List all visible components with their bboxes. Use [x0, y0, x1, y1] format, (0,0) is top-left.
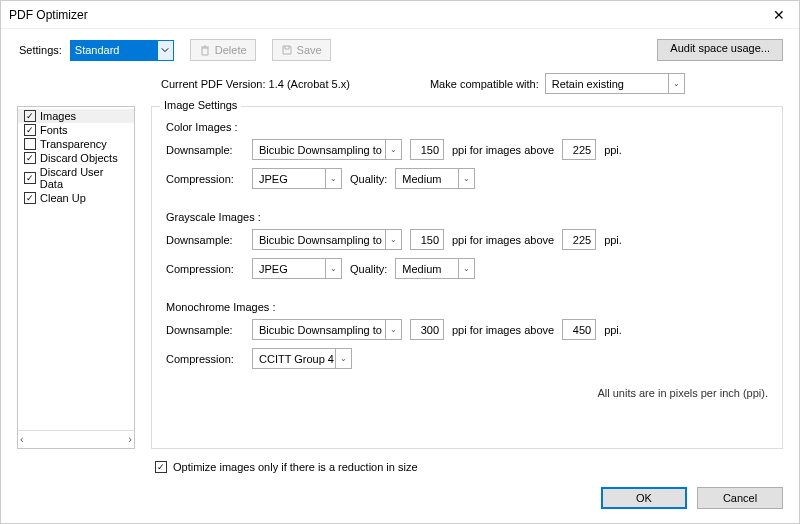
optimize-row: ✓ Optimize images only if there is a red… — [1, 453, 799, 481]
info-row: Current PDF Version: 1.4 (Acrobat 5.x) M… — [1, 69, 799, 106]
save-icon — [281, 44, 293, 56]
compression-label: Compression: — [166, 173, 244, 185]
chevron-down-icon: ⌄ — [385, 320, 401, 339]
sidebar-item-discard-objects[interactable]: ✓Discard Objects — [18, 151, 134, 165]
checkbox[interactable]: ✓ — [24, 192, 36, 204]
settings-panel: Image Settings Color Images : Downsample… — [151, 106, 783, 449]
image-settings-group: Image Settings Color Images : Downsample… — [151, 106, 783, 449]
compat-label: Make compatible with: — [430, 78, 539, 90]
settings-select[interactable]: Standard — [70, 40, 174, 61]
sidebar-item-fonts[interactable]: ✓Fonts — [18, 123, 134, 137]
delete-button: Delete — [190, 39, 256, 61]
color-quality-select[interactable]: Medium⌄ — [395, 168, 475, 189]
sidebar-item-discard-user-data[interactable]: ✓Discard User Data — [18, 165, 134, 191]
color-dpi-input[interactable] — [410, 139, 444, 160]
checkbox[interactable]: ✓ — [24, 110, 36, 122]
sidebar-item-label: Clean Up — [40, 192, 86, 204]
color-above-dpi-input[interactable] — [562, 139, 596, 160]
checkbox[interactable] — [24, 138, 36, 150]
optimize-label: Optimize images only if there is a reduc… — [173, 461, 418, 473]
compat-select[interactable]: Retain existing ⌄ — [545, 73, 685, 94]
chevron-down-icon: ⌄ — [335, 349, 351, 368]
ok-button[interactable]: OK — [601, 487, 687, 509]
cancel-button[interactable]: Cancel — [697, 487, 783, 509]
compat-section: Make compatible with: Retain existing ⌄ — [430, 73, 685, 94]
toolbar: Settings: Standard Delete Save Audit spa… — [1, 29, 799, 69]
category-sidebar: ✓Images✓FontsTransparency✓Discard Object… — [17, 106, 135, 449]
chevron-down-icon: ⌄ — [668, 74, 684, 93]
save-button: Save — [272, 39, 331, 61]
gray-above-dpi-input[interactable] — [562, 229, 596, 250]
sidebar-item-clean-up[interactable]: ✓Clean Up — [18, 191, 134, 205]
current-pdf-version: Current PDF Version: 1.4 (Acrobat 5.x) — [161, 78, 350, 90]
trash-icon — [199, 44, 211, 56]
checkbox[interactable]: ✓ — [24, 152, 36, 164]
scroll-left-icon[interactable]: ‹ — [20, 433, 24, 445]
gray-images-title: Grayscale Images : — [166, 211, 768, 223]
sidebar-item-label: Images — [40, 110, 76, 122]
scroll-right-icon[interactable]: › — [128, 433, 132, 445]
gray-compression-select[interactable]: JPEG⌄ — [252, 258, 342, 279]
mono-above-dpi-input[interactable] — [562, 319, 596, 340]
mono-images-title: Monochrome Images : — [166, 301, 768, 313]
sidebar-item-label: Discard User Data — [40, 166, 128, 190]
pdf-optimizer-window: PDF Optimizer ✕ Settings: Standard Delet… — [0, 0, 800, 524]
gray-downsample-select[interactable]: Bicubic Downsampling to⌄ — [252, 229, 402, 250]
mono-dpi-input[interactable] — [410, 319, 444, 340]
window-title: PDF Optimizer — [9, 8, 767, 22]
sidebar-item-label: Transparency — [40, 138, 107, 150]
sidebar-item-label: Fonts — [40, 124, 68, 136]
chevron-down-icon: ⌄ — [385, 140, 401, 159]
chevron-down-icon: ⌄ — [325, 169, 341, 188]
gray-dpi-input[interactable] — [410, 229, 444, 250]
units-footnote: All units are in pixels per inch (ppi). — [166, 387, 768, 399]
chevron-down-icon: ⌄ — [325, 259, 341, 278]
checkbox[interactable]: ✓ — [24, 172, 36, 184]
checkbox[interactable]: ✓ — [24, 124, 36, 136]
body: ✓Images✓FontsTransparency✓Discard Object… — [1, 106, 799, 453]
chevron-down-icon: ⌄ — [458, 259, 474, 278]
mono-compression-select[interactable]: CCITT Group 4⌄ — [252, 348, 352, 369]
color-downsample-select[interactable]: Bicubic Downsampling to⌄ — [252, 139, 402, 160]
mono-downsample-select[interactable]: Bicubic Downsampling to⌄ — [252, 319, 402, 340]
sidebar-item-images[interactable]: ✓Images — [18, 109, 134, 123]
sidebar-item-label: Discard Objects — [40, 152, 118, 164]
optimize-checkbox[interactable]: ✓ — [155, 461, 167, 473]
settings-label: Settings: — [19, 44, 62, 56]
color-compression-select[interactable]: JPEG⌄ — [252, 168, 342, 189]
settings-value: Standard — [75, 44, 120, 56]
close-icon[interactable]: ✕ — [767, 7, 791, 23]
sidebar-item-transparency[interactable]: Transparency — [18, 137, 134, 151]
downsample-label: Downsample: — [166, 144, 244, 156]
footer: OK Cancel — [1, 481, 799, 523]
sidebar-scrollbar[interactable]: ‹ › — [18, 430, 134, 446]
group-title: Image Settings — [160, 99, 241, 111]
chevron-down-icon: ⌄ — [458, 169, 474, 188]
audit-space-usage-button[interactable]: Audit space usage... — [657, 39, 783, 61]
color-images-title: Color Images : — [166, 121, 768, 133]
gray-quality-select[interactable]: Medium⌄ — [395, 258, 475, 279]
titlebar: PDF Optimizer ✕ — [1, 1, 799, 29]
chevron-down-icon: ⌄ — [385, 230, 401, 249]
chevron-down-icon — [157, 41, 173, 60]
